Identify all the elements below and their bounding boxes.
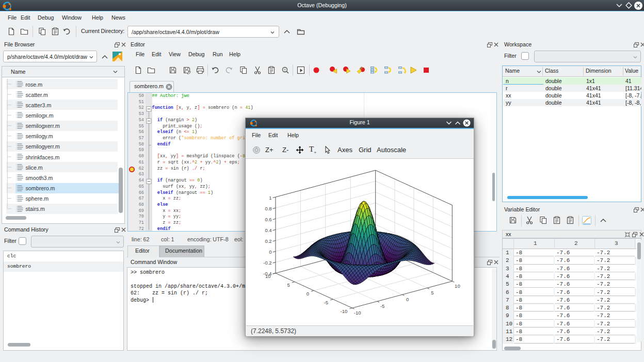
svg-text:10: 10 bbox=[265, 273, 271, 279]
svg-text:10: 10 bbox=[455, 283, 460, 289]
svg-text:1: 1 bbox=[269, 195, 271, 201]
svg-text:-10: -10 bbox=[341, 308, 348, 314]
svg-text:5: 5 bbox=[287, 282, 290, 288]
svg-text:0: 0 bbox=[307, 291, 309, 297]
svg-text:0: 0 bbox=[406, 297, 409, 302]
svg-text:-5: -5 bbox=[324, 300, 328, 305]
svg-text:0.2: 0.2 bbox=[265, 238, 271, 244]
svg-text:-0.2: -0.2 bbox=[263, 260, 271, 266]
svg-text:-5: -5 bbox=[380, 303, 384, 309]
svg-text:0: 0 bbox=[269, 249, 271, 255]
svg-text:5: 5 bbox=[431, 290, 433, 295]
svg-text:0.4: 0.4 bbox=[265, 227, 271, 233]
svg-text:0.6: 0.6 bbox=[265, 217, 271, 222]
svg-text:-10: -10 bbox=[354, 310, 361, 316]
svg-text:0.8: 0.8 bbox=[265, 206, 271, 211]
